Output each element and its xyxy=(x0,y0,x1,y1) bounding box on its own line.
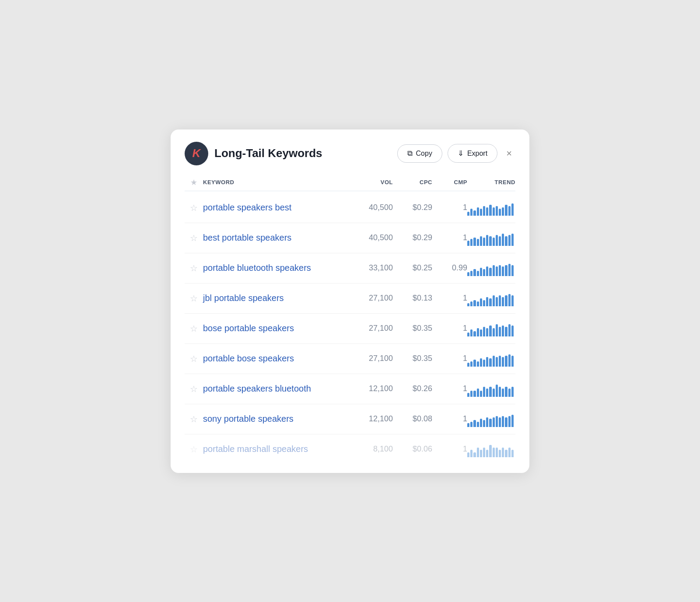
trend-bar xyxy=(502,234,504,246)
header-left: K Long-Tail Keywords xyxy=(185,142,322,165)
favorite-star-icon[interactable]: ☆ xyxy=(190,414,198,424)
trend-bar xyxy=(496,266,498,276)
trend-bar xyxy=(470,329,472,336)
trend-bar xyxy=(486,328,488,336)
trend-bar xyxy=(470,239,472,246)
vol-cell: 12,100 xyxy=(345,414,393,424)
trend-bar xyxy=(508,294,511,306)
trend-bar xyxy=(505,265,507,276)
cpc-cell: $0.35 xyxy=(393,324,432,333)
trend-bar xyxy=(499,450,501,457)
trend-cell xyxy=(467,200,515,216)
keyword-cell[interactable]: portable marshall speakers xyxy=(203,444,345,454)
export-icon: ⇓ xyxy=(458,149,464,158)
trend-bar xyxy=(473,300,476,306)
trend-bar xyxy=(486,417,488,427)
table-row: ☆jbl portable speakers27,100$0.131 xyxy=(185,284,515,314)
keyword-cell[interactable]: sony portable speakers xyxy=(203,414,345,424)
trend-bar xyxy=(496,448,498,457)
keyword-cell[interactable]: jbl portable speakers xyxy=(203,293,345,303)
trend-bar xyxy=(493,207,495,216)
trend-bar xyxy=(470,422,472,427)
cpc-cell: $0.08 xyxy=(393,414,432,424)
trend-bar xyxy=(480,329,482,336)
vol-cell: 40,500 xyxy=(345,203,393,212)
keyword-cell[interactable]: portable bose speakers xyxy=(203,354,345,364)
trend-bar xyxy=(502,207,504,216)
vol-col-header: VOL xyxy=(345,179,393,186)
trend-bar xyxy=(505,236,507,246)
favorite-star-icon[interactable]: ☆ xyxy=(190,384,198,394)
trend-bar xyxy=(496,385,498,397)
trend-bar xyxy=(499,327,501,336)
star-cell: ☆ xyxy=(185,384,203,394)
trend-bar xyxy=(483,269,485,276)
trend-bar xyxy=(486,450,488,457)
copy-icon: ⧉ xyxy=(407,149,413,158)
trend-bar xyxy=(493,448,495,457)
copy-button[interactable]: ⧉ Copy xyxy=(397,144,442,163)
header-right: ⧉ Copy ⇓ Export × xyxy=(397,144,515,163)
favorite-star-icon[interactable]: ☆ xyxy=(190,354,198,364)
star-cell: ☆ xyxy=(185,354,203,364)
favorite-star-icon[interactable]: ☆ xyxy=(190,293,198,304)
star-cell: ☆ xyxy=(185,203,203,213)
trend-bar xyxy=(480,298,482,306)
keyword-cell[interactable]: best portable speakers xyxy=(203,233,345,243)
trend-bar xyxy=(480,236,482,246)
vol-cell: 27,100 xyxy=(345,294,393,303)
trend-bar xyxy=(508,388,511,397)
trend-bar xyxy=(486,357,488,367)
trend-bar xyxy=(511,203,514,216)
trend-bar xyxy=(477,448,479,457)
trend-cell xyxy=(467,321,515,336)
trend-bar xyxy=(467,452,469,457)
trend-bar xyxy=(505,295,507,306)
keywords-table: ★ KEYWORD VOL CPC CMP TREND ☆portable sp… xyxy=(185,178,515,464)
favorite-star-icon[interactable]: ☆ xyxy=(190,203,198,213)
trend-bar xyxy=(470,301,472,306)
trend-bar xyxy=(480,358,482,367)
close-button[interactable]: × xyxy=(503,146,515,161)
trend-bar xyxy=(499,209,501,216)
trend-bar xyxy=(511,356,514,367)
keyword-cell[interactable]: portable bluetooth speakers xyxy=(203,263,345,273)
trend-bar xyxy=(502,416,504,427)
trend-bar xyxy=(508,206,511,216)
trend-bar xyxy=(502,266,504,276)
vol-cell: 27,100 xyxy=(345,354,393,363)
page-title: Long-Tail Keywords xyxy=(214,147,322,160)
trend-bar xyxy=(511,265,514,276)
favorite-star-icon[interactable]: ☆ xyxy=(190,444,198,455)
cpc-cell: $0.25 xyxy=(393,263,432,273)
trend-bar xyxy=(508,416,511,427)
table-body: ☆portable speakers best40,500$0.291☆best… xyxy=(185,193,515,464)
trend-bar xyxy=(477,361,479,367)
trend-bar xyxy=(467,363,469,367)
export-button[interactable]: ⇓ Export xyxy=(448,144,497,163)
cmp-cell: 1 xyxy=(432,444,467,454)
trend-cell xyxy=(467,260,515,276)
favorite-star-icon[interactable]: ☆ xyxy=(190,233,198,243)
trend-bar xyxy=(470,450,472,457)
keyword-cell[interactable]: bose portable speakers xyxy=(203,323,345,333)
trend-bar xyxy=(483,327,485,336)
favorite-star-icon[interactable]: ☆ xyxy=(190,323,198,334)
trend-bar xyxy=(467,241,469,246)
trend-bar xyxy=(499,387,501,397)
trend-bar xyxy=(480,450,482,457)
trend-bar xyxy=(470,209,472,216)
cmp-cell: 1 xyxy=(432,354,467,363)
trend-bar xyxy=(489,387,491,397)
trend-bar xyxy=(502,448,504,457)
cpc-cell: $0.29 xyxy=(393,233,432,242)
trend-bar xyxy=(483,420,485,427)
favorite-star-icon[interactable]: ☆ xyxy=(190,263,198,273)
trend-bar xyxy=(489,268,491,276)
keyword-cell[interactable]: portable speakers bluetooth xyxy=(203,384,345,394)
trend-bar xyxy=(486,207,488,216)
cpc-cell: $0.13 xyxy=(393,294,432,303)
keyword-cell[interactable]: portable speakers best xyxy=(203,203,345,213)
vol-cell: 8,100 xyxy=(345,444,393,454)
trend-bar xyxy=(493,265,495,276)
